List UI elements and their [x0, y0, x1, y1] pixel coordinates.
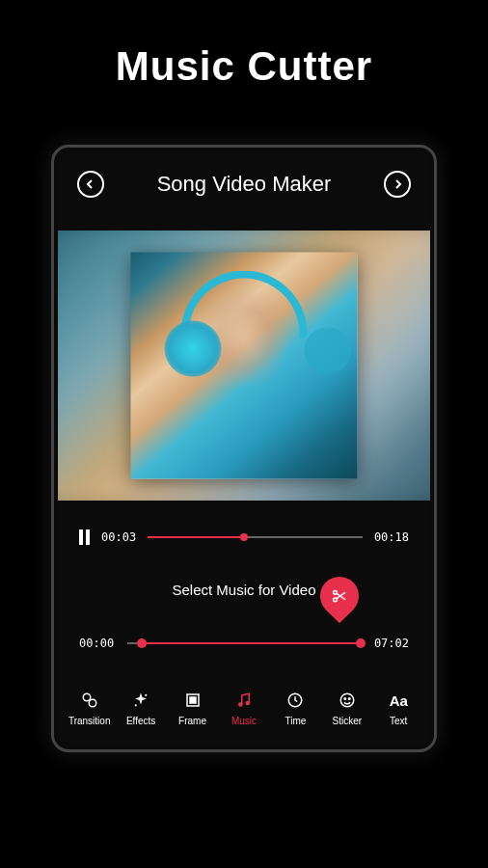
tool-label: Effects [126, 716, 155, 726]
tool-frame[interactable]: Frame [171, 691, 215, 726]
music-cut-marker[interactable] [320, 577, 359, 631]
svg-point-4 [83, 693, 91, 701]
select-music-label: Select Music for Video [58, 582, 430, 598]
video-preview[interactable] [58, 231, 430, 501]
music-end-time: 07:02 [374, 637, 409, 650]
tool-label: Music [231, 716, 257, 726]
music-trim-start-handle[interactable] [137, 638, 147, 648]
preview-photo [131, 253, 358, 479]
app-screen: Song Video Maker 00:03 00:18 Select Mus [58, 151, 430, 746]
back-button[interactable] [77, 171, 104, 198]
svg-rect-9 [190, 697, 196, 703]
tool-label: Frame [178, 716, 206, 726]
music-trim-end-handle[interactable] [356, 638, 366, 648]
tool-effects[interactable]: Effects [119, 691, 163, 726]
svg-line-3 [337, 592, 345, 598]
svg-point-14 [344, 698, 346, 700]
svg-point-7 [135, 704, 137, 706]
effects-icon [131, 691, 150, 710]
playback-controls: 00:03 00:18 [58, 501, 430, 553]
playback-progress-fill [148, 536, 244, 538]
total-time: 00:18 [374, 530, 409, 544]
music-trim-track[interactable] [127, 642, 361, 644]
scissors-icon [331, 587, 348, 605]
svg-point-6 [145, 694, 147, 696]
svg-line-2 [337, 593, 345, 599]
tool-time[interactable]: Time [273, 691, 317, 726]
phone-frame: Song Video Maker 00:03 00:18 Select Mus [51, 145, 437, 752]
svg-point-11 [246, 702, 249, 705]
music-icon [234, 691, 254, 710]
tool-label: Text [390, 716, 407, 726]
svg-point-0 [334, 590, 338, 594]
tool-text[interactable]: Aa Text [376, 691, 420, 726]
scissors-pin-icon [312, 569, 367, 624]
playback-seekbar[interactable] [148, 536, 363, 538]
frame-icon [183, 691, 203, 710]
tool-label: Time [285, 716, 306, 726]
music-trim-fill [142, 642, 361, 644]
app-title: Song Video Maker [157, 172, 332, 197]
music-trim-controls: 00:00 07:02 [58, 608, 430, 658]
svg-point-15 [348, 698, 350, 700]
transition-icon [80, 691, 99, 710]
tool-transition[interactable]: Transition [68, 691, 112, 726]
app-header: Song Video Maker [58, 151, 430, 213]
arrow-right-icon [392, 178, 403, 190]
tool-sticker[interactable]: Sticker [325, 691, 369, 726]
tool-label: Sticker [333, 716, 363, 726]
svg-point-13 [340, 693, 354, 707]
svg-point-10 [239, 703, 242, 706]
music-start-time: 00:00 [79, 637, 114, 650]
pause-button[interactable] [79, 529, 90, 545]
current-time: 00:03 [101, 530, 136, 544]
text-icon: Aa [389, 691, 408, 710]
page-title: Music Cutter [0, 0, 488, 90]
forward-button[interactable] [384, 171, 411, 198]
tool-label: Transition [68, 716, 111, 726]
arrow-left-icon [85, 178, 96, 190]
bottom-toolbar: Transition Effects Frame Music [58, 658, 430, 746]
playback-progress-knob[interactable] [240, 533, 248, 541]
pause-icon [79, 529, 83, 545]
sticker-icon [338, 691, 357, 710]
svg-point-1 [334, 598, 338, 602]
time-icon [285, 691, 305, 710]
tool-music[interactable]: Music [222, 691, 266, 726]
svg-point-5 [89, 699, 96, 707]
